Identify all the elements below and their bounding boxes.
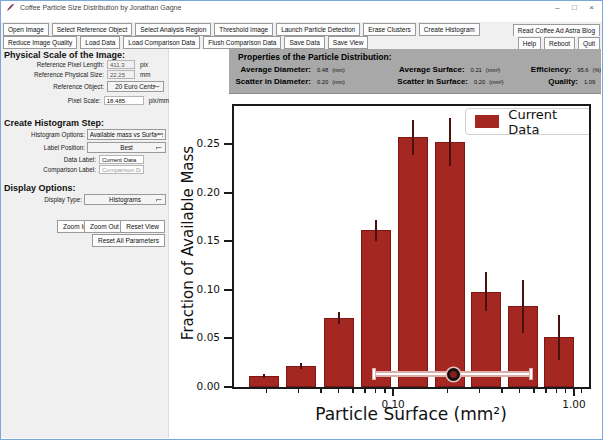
- minimize-button[interactable]: –: [549, 1, 566, 14]
- right-spine: [589, 104, 591, 389]
- reference-object-value: 20 Euro Cents: [115, 83, 155, 90]
- reference-physical-size-unit: mm: [140, 71, 151, 78]
- pixel-scale-unit: pix/mm: [149, 97, 169, 104]
- reference-pixel-length-label: Reference Pixel Length:: [1, 61, 104, 68]
- create-histogram-heading: Create Histogram Step:: [4, 118, 104, 128]
- parameter-panel: Physical Scale of the Image: Reference P…: [1, 49, 169, 438]
- y-tick: [224, 143, 232, 145]
- toolbar-button-erase-clusters[interactable]: Erase Clusters: [363, 23, 416, 36]
- pixel-scale-field[interactable]: [104, 96, 144, 105]
- x-minor-tick: [298, 389, 300, 393]
- reset-view-button[interactable]: Reset View: [120, 220, 165, 233]
- x-minor-tick: [266, 389, 268, 393]
- label-position-value: Best: [120, 144, 133, 151]
- toolbar-button-select-analysis-region[interactable]: Select Analysis Region: [135, 23, 211, 36]
- x-minor-tick: [545, 389, 547, 393]
- efficiency-unit: (%): [593, 67, 601, 73]
- error-bar: [375, 220, 377, 241]
- label-position-dropdown[interactable]: Best: [87, 142, 166, 153]
- reference-pixel-length-field[interactable]: [107, 60, 135, 69]
- y-tick-label: 0.00: [188, 380, 220, 392]
- average-surface-value: 0.21: [471, 67, 482, 73]
- toolbar-button-quit[interactable]: Quit: [578, 37, 600, 50]
- display-type-label: Display Type:: [1, 196, 82, 203]
- x-minor-tick: [479, 389, 481, 393]
- scatter-diameter-label: Scatter in Diameter:: [229, 77, 311, 86]
- chart-canvas[interactable]: Fraction of Available Mass Particle Surf…: [169, 94, 602, 439]
- histogram-bar: [324, 318, 354, 387]
- dropdown-indicator-icon: [156, 134, 162, 137]
- x-minor-tick: [565, 389, 567, 393]
- toolbar-button-create-histogram[interactable]: Create Histogram: [419, 23, 480, 36]
- toolbar-row-2: Reduce Image QualityLoad DataLoad Compar…: [1, 36, 602, 49]
- reference-physical-size-field[interactable]: [107, 70, 135, 79]
- menu-bar: File: [1, 14, 602, 23]
- properties-heading: Properties of the Particle Distribution:: [238, 52, 392, 62]
- toolbar-row-1: Open ImageSelect Reference ObjectSelect …: [1, 23, 602, 36]
- dropdown-indicator-icon: [154, 86, 160, 89]
- error-bar: [338, 312, 340, 324]
- toolbar-button-reboot[interactable]: Reboot: [544, 37, 575, 50]
- toolbar-button-reduce-image-quality[interactable]: Reduce Image Quality: [3, 36, 77, 49]
- toolbar-button-threshold-image[interactable]: Threshold Image: [214, 23, 273, 36]
- data-label-field[interactable]: [99, 155, 144, 164]
- average-diameter-label: Average Diameter:: [229, 65, 311, 74]
- dropdown-indicator-icon: [156, 199, 162, 202]
- quality-label: Quality:: [527, 77, 578, 86]
- x-minor-tick: [375, 389, 377, 393]
- toolbar-button-select-reference-object[interactable]: Select Reference Object: [52, 23, 132, 36]
- display-type-dropdown[interactable]: Histograms: [84, 194, 166, 205]
- scatter-diameter-unit: (mm): [332, 79, 345, 85]
- error-bar: [263, 374, 265, 378]
- scatter-surface-label: Scatter in Surface:: [382, 77, 468, 86]
- toolbar-button-load-data[interactable]: Load Data: [80, 36, 120, 49]
- toolbar-button-save-view[interactable]: Save View: [328, 36, 369, 49]
- x-tick-label: 1.00: [552, 398, 596, 410]
- data-label-label: Data Label:: [1, 156, 96, 163]
- error-bar: [412, 120, 414, 155]
- reference-object-dropdown[interactable]: 20 Euro Cents: [107, 81, 164, 92]
- x-minor-tick: [364, 389, 366, 393]
- app-window: Coffee Particle Size Distribution by Jon…: [0, 0, 603, 440]
- toolbar-button-launch-particle-detection[interactable]: Launch Particle Detection: [276, 23, 360, 36]
- efficiency-label: Efficiency:: [520, 65, 571, 74]
- zoom-out-button[interactable]: Zoom Out: [84, 220, 125, 233]
- scatter-diameter-value: 0.20: [317, 79, 328, 85]
- dropdown-indicator-icon: [156, 147, 162, 150]
- reset-all-parameters-button[interactable]: Reset All Parameters: [92, 234, 165, 247]
- display-type-value: Histograms: [109, 196, 141, 203]
- title-bar[interactable]: Coffee Particle Size Distribution by Jon…: [1, 1, 602, 14]
- y-tick: [224, 386, 232, 388]
- y-tick-label: 0.25: [188, 137, 220, 149]
- toolbar-button-open-image[interactable]: Open Image: [3, 23, 49, 36]
- maximize-button[interactable]: □: [566, 1, 583, 14]
- reference-object-label: Reference Object:: [1, 83, 104, 90]
- chart-legend: Current Data: [465, 108, 591, 135]
- toolbar-button-save-data[interactable]: Save Data: [284, 36, 324, 49]
- x-tick: [573, 389, 575, 396]
- average-diameter-unit: (mm): [332, 67, 345, 73]
- x-minor-tick: [519, 389, 521, 393]
- toolbar-button-help[interactable]: Help: [518, 37, 541, 50]
- close-button[interactable]: ×: [583, 1, 600, 14]
- y-tick: [224, 240, 232, 242]
- toolbar-button-read-coffee-ad-astra-blog[interactable]: Read Coffee Ad Astra Blog: [513, 24, 600, 37]
- average-surface-label: Average Surface:: [379, 65, 465, 74]
- y-tick-label: 0.05: [188, 331, 220, 343]
- reference-physical-size-label: Reference Physical Size:: [1, 71, 104, 78]
- histogram-bar: [361, 230, 391, 387]
- toolbar-button-load-comparison-data[interactable]: Load Comparison Data: [123, 36, 200, 49]
- error-bar: [558, 315, 560, 360]
- x-axis-spine: [232, 387, 591, 389]
- pixel-scale-label: Pixel Scale:: [1, 97, 101, 104]
- y-tick: [224, 192, 232, 194]
- properties-panel: Properties of the Particle Distribution:…: [229, 49, 601, 94]
- histogram-options-dropdown[interactable]: Available mass vs Surface: [87, 129, 166, 140]
- histogram-options-label: Histogram Options:: [1, 131, 85, 138]
- comparison-label-field[interactable]: [99, 165, 144, 174]
- error-bar: [300, 363, 302, 369]
- mean-scatter-cap: [529, 368, 533, 380]
- y-tick: [224, 337, 232, 339]
- y-tick-label: 0.15: [188, 234, 220, 246]
- toolbar-button-flush-comparison-data[interactable]: Flush Comparison Data: [203, 36, 281, 49]
